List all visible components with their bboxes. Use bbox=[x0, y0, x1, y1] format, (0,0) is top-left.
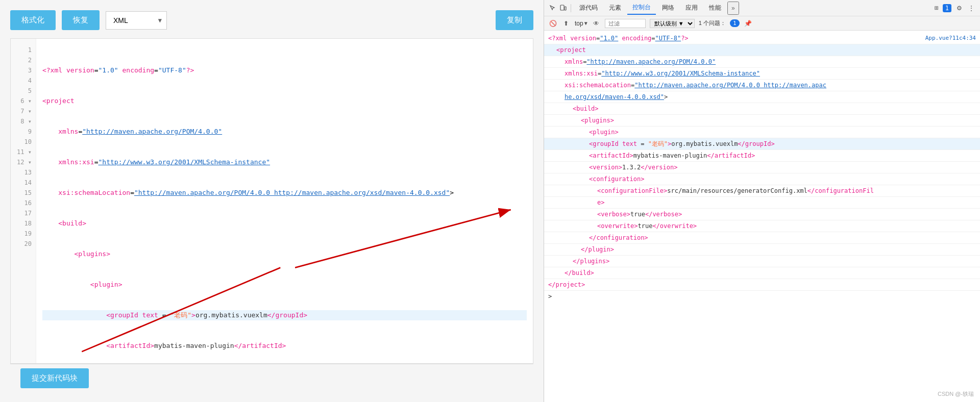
lang-select-container: XML JSON HTML JavaScript ▼ bbox=[106, 11, 167, 30]
source-link[interactable]: App.vue?11c4:34 bbox=[925, 34, 976, 43]
tab-source[interactable]: 源代码 bbox=[574, 2, 603, 14]
left-panel: 格式化 恢复 XML JSON HTML JavaScript ▼ 复制 1 2… bbox=[0, 0, 544, 402]
device-icon[interactable] bbox=[558, 4, 568, 13]
console-line: <configurationFile>src/main/resources/ge… bbox=[544, 185, 980, 197]
tab-console[interactable]: 控制台 bbox=[627, 1, 656, 15]
code-editor-wrapper: 1 2 3 4 5 6 ▾ 7 ▾ 8 ▾ 9 10 11 ▾ 12 ▾ 13 … bbox=[10, 38, 533, 364]
bottom-bar: 提交新代码块 bbox=[10, 364, 533, 392]
panel-icon[interactable]: ⊞ bbox=[935, 4, 939, 12]
issue-count-label: 1 个问题： bbox=[699, 19, 726, 27]
right-panel: 源代码 元素 控制台 网络 应用 性能 » ⊞ 1 ⚙ ⋮ 🚫 ⬆ top ▼ … bbox=[544, 0, 980, 402]
code-editor: 1 2 3 4 5 6 ▾ 7 ▾ 8 ▾ 9 10 11 ▾ 12 ▾ 13 … bbox=[11, 39, 533, 364]
console-line: <build> bbox=[544, 103, 980, 115]
console-line: xmlns="http://maven.apache.org/POM/4.0.0… bbox=[544, 56, 980, 68]
watermark: CSDN @-轶瑞 bbox=[938, 390, 974, 398]
tab-network[interactable]: 网络 bbox=[657, 2, 679, 14]
eye-icon[interactable]: 👁 bbox=[592, 19, 601, 28]
top-dropdown[interactable]: top ▼ bbox=[575, 20, 587, 27]
devtools-tab-right: ⊞ 1 ⚙ ⋮ bbox=[935, 4, 976, 13]
console-line: <project bbox=[544, 44, 980, 56]
copy-button[interactable]: 复制 bbox=[496, 10, 533, 30]
console-line: <plugin> bbox=[544, 127, 980, 138]
submit-button[interactable]: 提交新代码块 bbox=[20, 368, 89, 388]
console-line: </plugin> bbox=[544, 244, 980, 256]
console-line: </configuration> bbox=[544, 232, 980, 244]
console-line: xmlns:xsi="http://www.w3.org/2001/XMLSch… bbox=[544, 68, 980, 80]
tab-performance[interactable]: 性能 bbox=[704, 2, 726, 14]
issue-badge: 1 bbox=[730, 19, 740, 27]
top-chevron-icon: ▼ bbox=[584, 20, 587, 26]
console-line: <overwrite>true</overwrite> bbox=[544, 220, 980, 232]
expand-arrow[interactable]: > bbox=[544, 291, 980, 302]
code-content[interactable]: <?xml version="1.0" encoding="UTF-8"?> <… bbox=[36, 39, 533, 364]
back-icon[interactable]: ⬆ bbox=[561, 19, 571, 28]
inspect-icon[interactable] bbox=[548, 4, 557, 13]
console-line: <verbose>true</verbose> bbox=[544, 209, 980, 220]
console-toolbar: 🚫 ⬆ top ▼ 👁 默认级别 ▼ 1 个问题： 1 📌 bbox=[544, 16, 980, 31]
svg-rect-4 bbox=[560, 5, 564, 10]
console-line: <version>1.3.2</version> bbox=[544, 162, 980, 173]
clear-console-icon[interactable]: 🚫 bbox=[548, 19, 557, 28]
devtools-tabs: 源代码 元素 控制台 网络 应用 性能 » ⊞ 1 ⚙ ⋮ bbox=[544, 0, 980, 16]
pin-icon[interactable]: 📌 bbox=[744, 19, 753, 28]
lang-select[interactable]: XML JSON HTML JavaScript bbox=[106, 11, 167, 30]
line-numbers: 1 2 3 4 5 6 ▾ 7 ▾ 8 ▾ 9 10 11 ▾ 12 ▾ 13 … bbox=[11, 39, 36, 364]
tab-element[interactable]: 元素 bbox=[604, 2, 626, 14]
console-line: </plugins> bbox=[544, 256, 980, 267]
console-line: <plugins> bbox=[544, 115, 980, 127]
console-line: e> bbox=[544, 197, 980, 209]
console-line: App.vue?11c4:34 <?xml version="1.0" enco… bbox=[544, 33, 980, 44]
console-line: <artifactId>mybatis-maven-plugin</artifa… bbox=[544, 150, 980, 162]
svg-rect-5 bbox=[565, 7, 566, 10]
panel-number: 1 bbox=[943, 4, 951, 12]
console-line: </project> bbox=[544, 279, 980, 291]
console-line: <configuration> bbox=[544, 173, 980, 185]
restore-button[interactable]: 恢复 bbox=[62, 10, 100, 30]
toolbar: 格式化 恢复 XML JSON HTML JavaScript ▼ 复制 bbox=[10, 10, 533, 30]
settings-icon[interactable]: ⚙ bbox=[954, 4, 964, 13]
filter-input[interactable] bbox=[605, 19, 646, 28]
tab-application[interactable]: 应用 bbox=[680, 2, 703, 14]
console-content: App.vue?11c4:34 <?xml version="1.0" enco… bbox=[544, 31, 980, 402]
console-line: he.org/xsd/maven-4.0.0.xsd"> bbox=[544, 91, 980, 103]
format-button[interactable]: 格式化 bbox=[10, 10, 56, 30]
console-line: xsi:schemaLocation="http://maven.apache.… bbox=[544, 80, 980, 91]
more-tabs-button[interactable]: » bbox=[727, 2, 739, 15]
console-line: <groupId text = "老码">org.mybatis.vuexlm<… bbox=[544, 138, 980, 150]
main-layout: 格式化 恢复 XML JSON HTML JavaScript ▼ 复制 1 2… bbox=[0, 0, 980, 402]
console-line: </build> bbox=[544, 267, 980, 279]
level-select[interactable]: 默认级别 ▼ bbox=[650, 19, 695, 28]
more-options-icon[interactable]: ⋮ bbox=[967, 4, 976, 13]
